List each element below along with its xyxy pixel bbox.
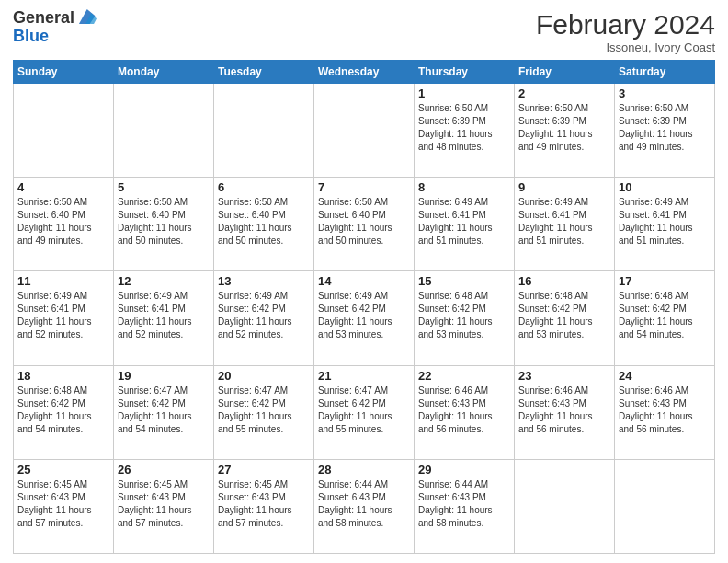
day-number: 24 bbox=[619, 369, 711, 383]
day-number: 25 bbox=[17, 463, 109, 477]
calendar-cell: 19Sunrise: 6:47 AM Sunset: 6:42 PM Dayli… bbox=[114, 365, 214, 459]
calendar-week-row: 18Sunrise: 6:48 AM Sunset: 6:42 PM Dayli… bbox=[14, 365, 715, 459]
logo-blue-text: Blue bbox=[13, 28, 97, 46]
day-number: 13 bbox=[218, 274, 310, 288]
day-number: 1 bbox=[418, 86, 510, 100]
day-of-week-header: Tuesday bbox=[214, 61, 314, 84]
day-number: 12 bbox=[118, 274, 210, 288]
calendar-cell: 24Sunrise: 6:46 AM Sunset: 6:43 PM Dayli… bbox=[615, 365, 715, 459]
day-number: 4 bbox=[17, 180, 109, 194]
calendar-cell: 10Sunrise: 6:49 AM Sunset: 6:41 PM Dayli… bbox=[615, 178, 715, 271]
calendar-cell: 21Sunrise: 6:47 AM Sunset: 6:42 PM Dayli… bbox=[314, 365, 415, 459]
calendar-cell bbox=[114, 84, 214, 178]
day-info: Sunrise: 6:50 AM Sunset: 6:40 PM Dayligh… bbox=[318, 196, 410, 247]
day-number: 20 bbox=[218, 369, 310, 383]
location: Issoneu, Ivory Coast bbox=[536, 40, 715, 54]
day-info: Sunrise: 6:49 AM Sunset: 6:41 PM Dayligh… bbox=[118, 290, 210, 341]
day-info: Sunrise: 6:48 AM Sunset: 6:42 PM Dayligh… bbox=[518, 290, 610, 341]
calendar-table: SundayMondayTuesdayWednesdayThursdayFrid… bbox=[13, 60, 715, 554]
calendar-cell bbox=[214, 84, 314, 178]
day-number: 6 bbox=[218, 180, 310, 194]
calendar-week-row: 11Sunrise: 6:49 AM Sunset: 6:41 PM Dayli… bbox=[14, 271, 715, 365]
day-info: Sunrise: 6:44 AM Sunset: 6:43 PM Dayligh… bbox=[418, 478, 510, 530]
day-number: 28 bbox=[318, 463, 410, 477]
calendar-cell bbox=[615, 459, 715, 553]
day-info: Sunrise: 6:46 AM Sunset: 6:43 PM Dayligh… bbox=[619, 385, 711, 436]
calendar-cell: 12Sunrise: 6:49 AM Sunset: 6:41 PM Dayli… bbox=[114, 271, 214, 365]
logo: General Blue bbox=[13, 9, 97, 46]
day-info: Sunrise: 6:49 AM Sunset: 6:42 PM Dayligh… bbox=[218, 290, 310, 341]
day-info: Sunrise: 6:50 AM Sunset: 6:39 PM Dayligh… bbox=[518, 102, 610, 154]
day-number: 22 bbox=[418, 369, 510, 383]
day-info: Sunrise: 6:47 AM Sunset: 6:42 PM Dayligh… bbox=[118, 385, 210, 436]
day-info: Sunrise: 6:50 AM Sunset: 6:40 PM Dayligh… bbox=[17, 196, 109, 247]
day-info: Sunrise: 6:49 AM Sunset: 6:41 PM Dayligh… bbox=[17, 290, 109, 341]
calendar-cell: 18Sunrise: 6:48 AM Sunset: 6:42 PM Dayli… bbox=[14, 365, 114, 459]
logo-icon bbox=[76, 6, 97, 27]
day-number: 27 bbox=[218, 463, 310, 477]
calendar-cell: 28Sunrise: 6:44 AM Sunset: 6:43 PM Dayli… bbox=[314, 459, 415, 553]
calendar-cell: 25Sunrise: 6:45 AM Sunset: 6:43 PM Dayli… bbox=[14, 459, 114, 553]
calendar-cell: 3Sunrise: 6:50 AM Sunset: 6:39 PM Daylig… bbox=[615, 84, 715, 178]
month-year: February 2024 bbox=[536, 9, 715, 40]
header: General Blue February 2024 Issoneu, Ivor… bbox=[13, 9, 715, 54]
day-number: 14 bbox=[318, 274, 410, 288]
day-info: Sunrise: 6:49 AM Sunset: 6:41 PM Dayligh… bbox=[518, 196, 610, 247]
day-info: Sunrise: 6:49 AM Sunset: 6:41 PM Dayligh… bbox=[418, 196, 510, 247]
day-number: 7 bbox=[318, 180, 410, 194]
day-of-week-header: Saturday bbox=[615, 61, 715, 84]
day-info: Sunrise: 6:50 AM Sunset: 6:39 PM Dayligh… bbox=[619, 102, 711, 154]
day-info: Sunrise: 6:45 AM Sunset: 6:43 PM Dayligh… bbox=[17, 478, 109, 530]
day-number: 5 bbox=[118, 180, 210, 194]
day-info: Sunrise: 6:49 AM Sunset: 6:41 PM Dayligh… bbox=[619, 196, 711, 247]
day-number: 9 bbox=[518, 180, 610, 194]
day-of-week-header: Friday bbox=[515, 61, 615, 84]
calendar-week-row: 25Sunrise: 6:45 AM Sunset: 6:43 PM Dayli… bbox=[14, 459, 715, 553]
logo-general-text: General bbox=[13, 9, 74, 28]
page: General Blue February 2024 Issoneu, Ivor… bbox=[0, 0, 728, 563]
calendar-cell: 6Sunrise: 6:50 AM Sunset: 6:40 PM Daylig… bbox=[214, 178, 314, 271]
day-info: Sunrise: 6:48 AM Sunset: 6:42 PM Dayligh… bbox=[418, 290, 510, 341]
day-number: 26 bbox=[118, 463, 210, 477]
calendar-cell: 7Sunrise: 6:50 AM Sunset: 6:40 PM Daylig… bbox=[314, 178, 415, 271]
calendar-cell: 11Sunrise: 6:49 AM Sunset: 6:41 PM Dayli… bbox=[14, 271, 114, 365]
calendar-cell: 27Sunrise: 6:45 AM Sunset: 6:43 PM Dayli… bbox=[214, 459, 314, 553]
calendar-cell: 4Sunrise: 6:50 AM Sunset: 6:40 PM Daylig… bbox=[14, 178, 114, 271]
calendar-cell: 17Sunrise: 6:48 AM Sunset: 6:42 PM Dayli… bbox=[615, 271, 715, 365]
calendar-cell: 14Sunrise: 6:49 AM Sunset: 6:42 PM Dayli… bbox=[314, 271, 415, 365]
title-block: February 2024 Issoneu, Ivory Coast bbox=[536, 9, 715, 54]
day-number: 23 bbox=[518, 369, 610, 383]
day-number: 15 bbox=[418, 274, 510, 288]
calendar-cell: 2Sunrise: 6:50 AM Sunset: 6:39 PM Daylig… bbox=[515, 84, 615, 178]
day-info: Sunrise: 6:46 AM Sunset: 6:43 PM Dayligh… bbox=[518, 385, 610, 436]
day-info: Sunrise: 6:47 AM Sunset: 6:42 PM Dayligh… bbox=[218, 385, 310, 436]
day-number: 18 bbox=[17, 369, 109, 383]
calendar-cell: 16Sunrise: 6:48 AM Sunset: 6:42 PM Dayli… bbox=[515, 271, 615, 365]
day-info: Sunrise: 6:44 AM Sunset: 6:43 PM Dayligh… bbox=[318, 478, 410, 530]
day-info: Sunrise: 6:50 AM Sunset: 6:40 PM Dayligh… bbox=[118, 196, 210, 247]
day-number: 21 bbox=[318, 369, 410, 383]
calendar-cell: 13Sunrise: 6:49 AM Sunset: 6:42 PM Dayli… bbox=[214, 271, 314, 365]
calendar-week-row: 1Sunrise: 6:50 AM Sunset: 6:39 PM Daylig… bbox=[14, 84, 715, 178]
day-info: Sunrise: 6:45 AM Sunset: 6:43 PM Dayligh… bbox=[118, 478, 210, 530]
calendar-cell bbox=[14, 84, 114, 178]
calendar-cell: 15Sunrise: 6:48 AM Sunset: 6:42 PM Dayli… bbox=[415, 271, 515, 365]
calendar-cell: 23Sunrise: 6:46 AM Sunset: 6:43 PM Dayli… bbox=[515, 365, 615, 459]
day-info: Sunrise: 6:48 AM Sunset: 6:42 PM Dayligh… bbox=[619, 290, 711, 341]
calendar-cell: 29Sunrise: 6:44 AM Sunset: 6:43 PM Dayli… bbox=[415, 459, 515, 553]
day-number: 29 bbox=[418, 463, 510, 477]
day-number: 3 bbox=[619, 86, 711, 100]
day-info: Sunrise: 6:48 AM Sunset: 6:42 PM Dayligh… bbox=[17, 385, 109, 436]
day-info: Sunrise: 6:49 AM Sunset: 6:42 PM Dayligh… bbox=[318, 290, 410, 341]
calendar-cell: 8Sunrise: 6:49 AM Sunset: 6:41 PM Daylig… bbox=[415, 178, 515, 271]
calendar-cell bbox=[314, 84, 415, 178]
calendar-week-row: 4Sunrise: 6:50 AM Sunset: 6:40 PM Daylig… bbox=[14, 178, 715, 271]
calendar-header-row: SundayMondayTuesdayWednesdayThursdayFrid… bbox=[14, 61, 715, 84]
day-number: 17 bbox=[619, 274, 711, 288]
calendar-cell: 20Sunrise: 6:47 AM Sunset: 6:42 PM Dayli… bbox=[214, 365, 314, 459]
calendar-cell: 22Sunrise: 6:46 AM Sunset: 6:43 PM Dayli… bbox=[415, 365, 515, 459]
day-info: Sunrise: 6:45 AM Sunset: 6:43 PM Dayligh… bbox=[218, 478, 310, 530]
day-of-week-header: Thursday bbox=[415, 61, 515, 84]
calendar-cell: 1Sunrise: 6:50 AM Sunset: 6:39 PM Daylig… bbox=[415, 84, 515, 178]
calendar-cell: 5Sunrise: 6:50 AM Sunset: 6:40 PM Daylig… bbox=[114, 178, 214, 271]
